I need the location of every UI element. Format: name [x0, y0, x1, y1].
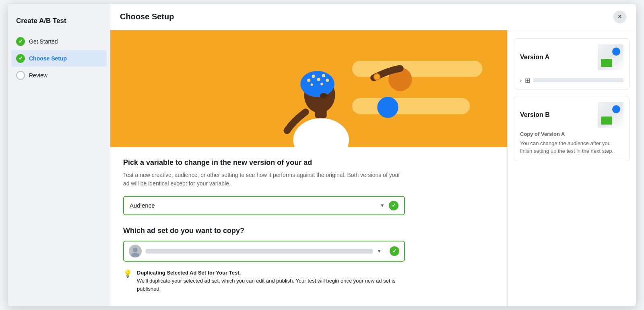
- version-a-card: Version A › ⊞: [514, 38, 630, 89]
- version-b-title: Version B: [520, 111, 550, 119]
- svg-point-13: [326, 79, 329, 82]
- variable-dropdown-wrapper[interactable]: Audience ▼ ✓: [123, 196, 405, 215]
- svg-point-11: [317, 78, 320, 81]
- version-a-title: Version A: [520, 54, 549, 61]
- version-a-row: › ⊞: [514, 73, 629, 89]
- version-b-body: Copy of Version A You can change the aud…: [514, 131, 629, 161]
- sidebar-item-label-get-started: Get Started: [29, 38, 58, 45]
- form-area: Pick a variable to change in the new ver…: [110, 147, 507, 306]
- svg-point-8: [300, 71, 334, 97]
- svg-rect-1: [352, 60, 483, 77]
- adset-dropdown-inner: ▼ ✓: [124, 241, 404, 261]
- svg-point-17: [374, 74, 380, 80]
- pick-variable-title: Pick a variable to change in the new ver…: [123, 158, 494, 167]
- step-active-icon: [16, 54, 25, 63]
- adset-check-icon: ✓: [390, 246, 399, 256]
- svg-point-12: [322, 74, 325, 77]
- info-body: We'll duplicate your selected ad set, wh…: [137, 278, 396, 292]
- svg-point-18: [133, 248, 138, 252]
- variable-check-icon: ✓: [389, 201, 398, 210]
- dropdown-arrow-icon: ▼: [380, 203, 385, 208]
- right-column: Version A › ⊞ Version B: [507, 30, 636, 306]
- sidebar-step-get-started[interactable]: Get Started: [8, 33, 110, 50]
- adset-dropdown-wrapper[interactable]: ▼ ✓: [123, 241, 405, 262]
- main-content: Choose Setup ×: [110, 4, 636, 306]
- sidebar-title: Create A/B Test: [8, 12, 110, 33]
- version-a-bar: [533, 78, 623, 82]
- svg-point-4: [377, 97, 398, 118]
- chevron-right-icon: ›: [520, 77, 522, 83]
- modal-header: Choose Setup ×: [110, 4, 636, 30]
- version-b-card: Version B Copy of Version A You can chan…: [514, 96, 630, 161]
- sidebar: Create A/B Test Get Started Choose Setup…: [8, 4, 110, 306]
- step-completed-icon: [16, 37, 25, 46]
- variable-dropdown-value: Audience: [130, 202, 380, 209]
- step-pending-icon: [16, 71, 25, 80]
- close-button[interactable]: ×: [613, 10, 626, 23]
- version-a-thumb-mock: [598, 44, 623, 70]
- svg-rect-2: [352, 98, 470, 114]
- version-b-subtitle: Copy of Version A: [520, 131, 623, 137]
- svg-point-15: [320, 83, 323, 85]
- info-title: Duplicating Selected Ad Set for Your Tes…: [137, 270, 241, 276]
- version-b-desc: You can change the audience after you fi…: [520, 139, 623, 155]
- version-b-header: Version B: [514, 96, 629, 131]
- sidebar-step-review[interactable]: Review: [8, 67, 110, 84]
- sidebar-item-label-choose-setup: Choose Setup: [29, 55, 67, 62]
- info-text: Duplicating Selected Ad Set for Your Tes…: [137, 269, 405, 293]
- svg-point-19: [131, 253, 139, 257]
- version-b-thumb-mock: [598, 102, 623, 128]
- hero-banner: [110, 30, 507, 147]
- info-box: 💡 Duplicating Selected Ad Set for Your T…: [123, 267, 405, 295]
- adset-avatar: [129, 245, 142, 258]
- grid-icon: ⊞: [525, 77, 530, 84]
- version-b-thumbnail: [598, 102, 623, 128]
- bulb-icon: 💡: [123, 269, 132, 293]
- adset-dropdown-arrow-icon: ▼: [377, 248, 382, 254]
- sidebar-item-label-review: Review: [29, 72, 47, 79]
- sidebar-step-choose-setup[interactable]: Choose Setup: [11, 50, 107, 67]
- body-area: Pick a variable to change in the new ver…: [110, 30, 636, 306]
- variable-dropdown-inner: Audience ▼ ✓: [124, 197, 404, 214]
- modal-header-title: Choose Setup: [120, 12, 174, 21]
- version-a-header: Version A: [514, 39, 629, 73]
- left-column: Pick a variable to change in the new ver…: [110, 30, 507, 306]
- svg-point-9: [307, 79, 310, 82]
- version-a-thumbnail: [598, 44, 623, 70]
- pick-variable-desc: Test a new creative, audience, or other …: [123, 171, 405, 188]
- svg-point-16: [320, 93, 327, 98]
- adset-name-bar: [146, 249, 373, 254]
- adset-section-title: Which ad set do you want to copy?: [123, 227, 494, 235]
- modal-container: Create A/B Test Get Started Choose Setup…: [8, 4, 636, 306]
- svg-point-14: [311, 83, 313, 85]
- svg-point-10: [312, 75, 315, 78]
